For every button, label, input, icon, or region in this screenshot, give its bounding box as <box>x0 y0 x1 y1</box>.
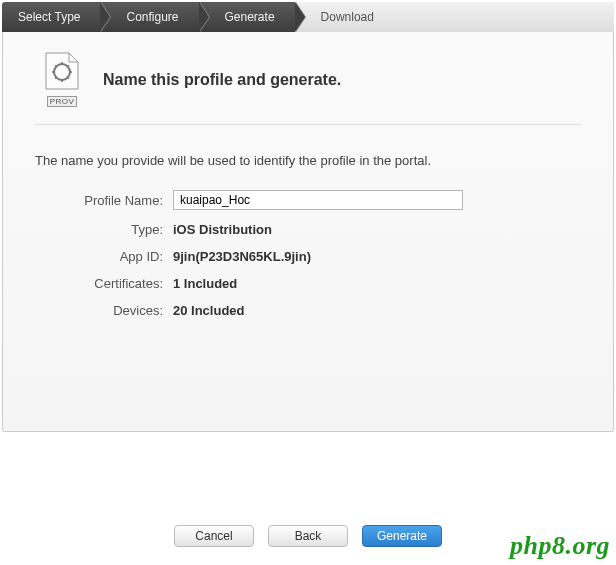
certificates-label: Certificates: <box>3 276 173 291</box>
main-panel: PROV Name this profile and generate. The… <box>2 32 614 432</box>
crumb-generate[interactable]: Generate <box>199 2 295 32</box>
crumb-select-type[interactable]: Select Type <box>2 2 100 32</box>
app-id-label: App ID: <box>3 249 173 264</box>
button-bar: Cancel Back Generate <box>0 525 616 547</box>
devices-value: 20 Included <box>173 303 245 318</box>
page-title: Name this profile and generate. <box>103 71 341 89</box>
type-value: iOS Distribution <box>173 222 272 237</box>
crumb-download: Download <box>295 2 614 32</box>
devices-label: Devices: <box>3 303 173 318</box>
profile-name-label: Profile Name: <box>3 193 173 208</box>
description: The name you provide will be used to ide… <box>35 153 581 168</box>
back-button[interactable]: Back <box>268 525 348 547</box>
certificates-value: 1 Included <box>173 276 237 291</box>
generate-button[interactable]: Generate <box>362 525 442 547</box>
prov-icon-label: PROV <box>47 96 78 107</box>
provisioning-profile-icon: PROV <box>43 52 81 108</box>
cancel-button[interactable]: Cancel <box>174 525 254 547</box>
type-label: Type: <box>3 222 173 237</box>
breadcrumb: Select Type Configure Generate Download <box>2 2 614 32</box>
crumb-configure[interactable]: Configure <box>100 2 198 32</box>
profile-name-input[interactable] <box>173 190 463 210</box>
app-id-value: 9jin(P23D3N65KL.9jin) <box>173 249 311 264</box>
divider <box>35 124 581 125</box>
